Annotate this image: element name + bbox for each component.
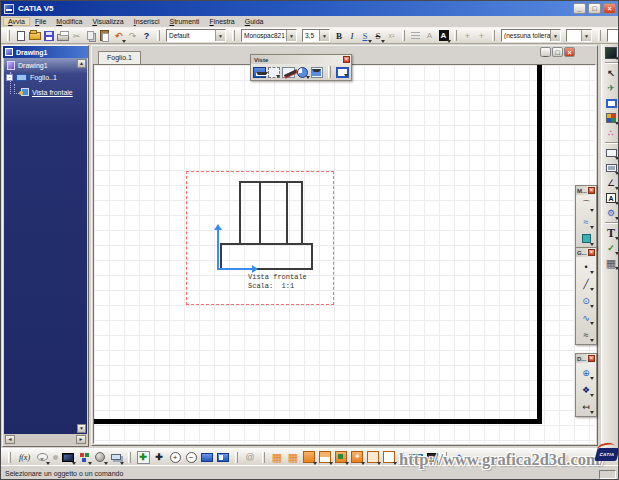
front-view-icon[interactable] bbox=[253, 67, 266, 78]
line-icon[interactable]: ╱ bbox=[580, 277, 593, 290]
whats-this-icon[interactable]: ? bbox=[140, 29, 153, 42]
tolerance-combo[interactable]: (nessuna tollera ▼ bbox=[501, 29, 561, 42]
tree-structure-icon[interactable] bbox=[77, 451, 91, 464]
pan-icon[interactable]: ✚ bbox=[152, 451, 166, 464]
text-tool-icon[interactable]: T bbox=[605, 227, 618, 239]
scroll-up-button[interactable]: ▲ bbox=[77, 59, 86, 68]
scroll-left-button[interactable]: ◄ bbox=[5, 435, 15, 444]
layers-icon[interactable] bbox=[109, 451, 123, 464]
arc-icon[interactable]: ⌒ bbox=[580, 198, 593, 211]
graphic-style-combo[interactable]: Default ▼ bbox=[166, 29, 226, 42]
toolbar-grip[interactable] bbox=[454, 30, 457, 41]
table-icon[interactable]: ▦ bbox=[605, 257, 618, 269]
strikethrough-button[interactable]: S bbox=[372, 29, 384, 42]
minimize-button[interactable]: _ bbox=[573, 3, 586, 14]
select-arrow-icon[interactable]: ↖ bbox=[605, 67, 618, 79]
toolbar-grip[interactable] bbox=[402, 30, 405, 41]
leader-icon[interactable]: ↤ bbox=[580, 400, 593, 413]
color-palette-icon[interactable] bbox=[605, 112, 618, 124]
save-icon[interactable] bbox=[42, 29, 55, 42]
frame-icon[interactable] bbox=[605, 147, 618, 159]
gear-icon[interactable]: ⚙ bbox=[605, 207, 618, 219]
toolbar-grip[interactable] bbox=[157, 30, 160, 41]
mdi-minimize-button[interactable]: _ bbox=[540, 47, 551, 57]
tree-item-view[interactable]: Vista frontale bbox=[21, 88, 73, 96]
font-size-combo[interactable]: 3,5 ▼ bbox=[302, 29, 330, 42]
axis-lines-icon[interactable]: ∠ bbox=[605, 177, 618, 189]
zoom-out-icon[interactable]: − bbox=[184, 451, 198, 464]
toolbar-grip[interactable] bbox=[7, 30, 10, 41]
power-input-field[interactable] bbox=[599, 470, 616, 479]
mdi-restore-button[interactable]: □ bbox=[552, 47, 563, 57]
graph-nodes-icon[interactable]: ∴ bbox=[605, 127, 618, 139]
print-icon[interactable] bbox=[56, 29, 69, 42]
workbench-icon[interactable] bbox=[605, 47, 618, 59]
profile-icon[interactable]: ∿ bbox=[580, 311, 593, 324]
view-wizard-icon[interactable] bbox=[336, 67, 349, 78]
title-block-icon[interactable] bbox=[605, 162, 618, 174]
combo-arrow-icon[interactable]: ▼ bbox=[215, 30, 225, 41]
point-icon[interactable]: • bbox=[580, 260, 593, 273]
fit-all-in-icon[interactable]: ✚ bbox=[136, 451, 150, 464]
normal-view-icon[interactable] bbox=[200, 451, 214, 464]
toolbar-grip[interactable] bbox=[128, 452, 131, 463]
d-toolbar-titlebar[interactable]: D... × bbox=[576, 354, 596, 363]
multi-view-icon[interactable] bbox=[216, 451, 230, 464]
menu-avvia[interactable]: Avvia bbox=[3, 17, 30, 26]
part-base-outline[interactable] bbox=[220, 243, 313, 270]
clipping-view-icon[interactable] bbox=[311, 67, 324, 78]
trim-box-icon[interactable] bbox=[580, 232, 593, 245]
italic-button[interactable]: I bbox=[346, 29, 358, 42]
screen-mode-icon[interactable] bbox=[61, 451, 75, 464]
combo-arrow-icon[interactable]: ▼ bbox=[319, 30, 329, 41]
menu-modifica[interactable]: Modifica bbox=[51, 17, 87, 26]
filter-generation-icon[interactable] bbox=[350, 451, 364, 464]
part-boss-outline[interactable] bbox=[239, 181, 303, 245]
menu-visualizza[interactable]: Visualizza bbox=[87, 17, 128, 26]
toolbar-grip[interactable] bbox=[232, 30, 235, 41]
annotation-bubble-icon[interactable] bbox=[35, 451, 49, 464]
m-toolbar-titlebar[interactable]: M... × bbox=[576, 186, 596, 195]
combo-arrow-icon[interactable]: ▼ bbox=[550, 30, 560, 41]
zoom-in-icon[interactable]: + bbox=[168, 451, 182, 464]
drawing-canvas[interactable]: Vista frontale Scala: 1:1 bbox=[93, 64, 596, 444]
grid-icon[interactable]: ▦ bbox=[270, 451, 284, 464]
tree-window-titlebar[interactable]: Drawing1 bbox=[3, 46, 88, 58]
corner-icon[interactable]: ≈ bbox=[580, 215, 593, 228]
globe-icon[interactable] bbox=[93, 451, 107, 464]
isometric-view-icon[interactable] bbox=[297, 67, 309, 78]
show-constraints-icon[interactable] bbox=[366, 451, 380, 464]
tree-horizontal-scrollbar[interactable]: ◄ ► bbox=[4, 434, 87, 445]
menu-finestra[interactable]: Finestra bbox=[204, 17, 239, 26]
background-mode-icon[interactable] bbox=[382, 451, 396, 464]
text-color-icon[interactable]: A bbox=[437, 29, 450, 42]
toolbar-grip[interactable] bbox=[235, 452, 238, 463]
open-folder-icon[interactable] bbox=[28, 29, 41, 42]
scroll-right-button[interactable]: ► bbox=[76, 435, 86, 444]
section-view-icon[interactable] bbox=[282, 67, 295, 78]
sheet-tab[interactable]: Foglio.1 bbox=[98, 51, 141, 64]
underline-button[interactable]: S bbox=[359, 29, 371, 42]
menu-guida[interactable]: Guida bbox=[240, 17, 269, 26]
close-button[interactable]: × bbox=[603, 3, 616, 14]
snap-to-point-icon[interactable]: ▦ bbox=[286, 451, 300, 464]
circle-icon[interactable]: ⊙ bbox=[580, 294, 593, 307]
dimension-system-icon[interactable] bbox=[318, 451, 332, 464]
datum-check-icon[interactable]: ✓ bbox=[605, 242, 618, 254]
mdi-close-button[interactable]: × bbox=[564, 47, 575, 57]
toolbar-grip[interactable] bbox=[492, 30, 495, 41]
analysis-display-icon[interactable] bbox=[302, 451, 316, 464]
formula-icon[interactable]: f(x) bbox=[16, 451, 33, 464]
paste-icon[interactable] bbox=[98, 29, 111, 42]
stamp-icon[interactable]: ❖ bbox=[580, 383, 593, 396]
viste-toolbar-titlebar[interactable]: Viste × bbox=[251, 55, 351, 64]
specification-tree[interactable]: ▲ ▼ Drawing1 - Foglio..1 Vista frontale bbox=[4, 58, 87, 434]
d-close-icon[interactable]: × bbox=[588, 355, 595, 362]
bold-button[interactable]: B bbox=[333, 29, 345, 42]
m-close-icon[interactable]: × bbox=[588, 187, 595, 194]
maximize-button[interactable]: □ bbox=[588, 3, 601, 14]
fly-mode-icon[interactable]: ✈ bbox=[605, 82, 618, 94]
expander-icon[interactable]: - bbox=[6, 74, 13, 81]
spline-icon[interactable]: ≈ bbox=[580, 328, 593, 341]
menu-file[interactable]: File bbox=[30, 17, 51, 26]
